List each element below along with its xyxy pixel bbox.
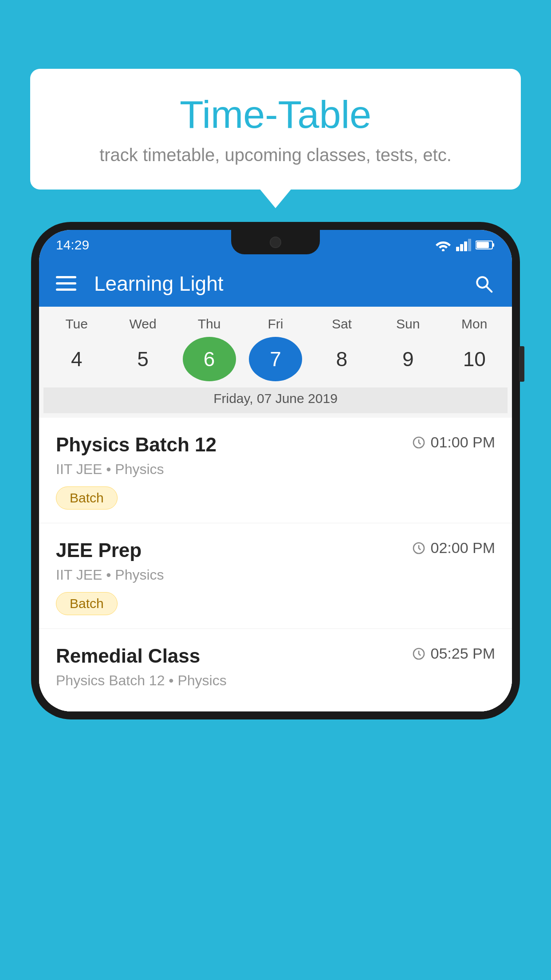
day-header-sun: Sun <box>382 316 435 332</box>
schedule-item-3-header: Remedial Class 05:25 PM <box>56 645 495 667</box>
phone-side-button <box>519 346 524 382</box>
signal-icon <box>456 239 471 251</box>
schedule-item-1-subtitle: IIT JEE • Physics <box>56 461 495 478</box>
schedule-list: Physics Batch 12 01:00 PM IIT JEE • Phys… <box>39 418 512 711</box>
schedule-item-3[interactable]: Remedial Class 05:25 PM Physics Batch 12… <box>39 629 512 711</box>
schedule-item-2-subtitle: IIT JEE • Physics <box>56 567 495 583</box>
schedule-item-3-title: Remedial Class <box>56 645 200 667</box>
search-button[interactable] <box>472 272 495 295</box>
day-header-sat: Sat <box>315 316 368 332</box>
clock-icon-3 <box>412 647 426 661</box>
schedule-item-2-header: JEE Prep 02:00 PM <box>56 539 495 561</box>
schedule-item-1-badge: Batch <box>56 486 118 510</box>
phone-screen: 14:29 <box>39 230 512 711</box>
wifi-icon <box>435 239 452 251</box>
schedule-item-1-time: 01:00 PM <box>412 434 495 451</box>
svg-rect-1 <box>456 247 459 251</box>
search-icon <box>474 274 493 293</box>
phone-notch <box>231 230 320 254</box>
svg-line-9 <box>486 286 492 292</box>
bubble-title: Time-Table <box>57 93 494 136</box>
app-bar: Learning Light <box>39 260 512 307</box>
day-header-wed: Wed <box>116 316 169 332</box>
day-9[interactable]: 9 <box>382 337 435 381</box>
clock-icon-1 <box>412 435 426 450</box>
schedule-item-1-header: Physics Batch 12 01:00 PM <box>56 434 495 456</box>
day-numbers: 4 5 6 7 8 9 10 <box>43 337 508 381</box>
schedule-item-2-title: JEE Prep <box>56 539 142 561</box>
app-title: Learning Light <box>94 272 472 296</box>
schedule-item-2-time: 02:00 PM <box>412 539 495 557</box>
day-7-selected[interactable]: 7 <box>249 337 302 381</box>
svg-rect-6 <box>476 242 489 248</box>
hamburger-menu-button[interactable] <box>56 276 76 291</box>
schedule-item-3-time: 05:25 PM <box>412 645 495 662</box>
day-header-mon: Mon <box>448 316 501 332</box>
day-headers: Tue Wed Thu Fri Sat Sun Mon <box>43 316 508 332</box>
day-10[interactable]: 10 <box>448 337 501 381</box>
svg-rect-7 <box>492 243 494 247</box>
schedule-item-2[interactable]: JEE Prep 02:00 PM IIT JEE • Physics Batc… <box>39 523 512 629</box>
phone-camera <box>270 237 281 248</box>
svg-rect-2 <box>460 244 463 251</box>
hamburger-line-1 <box>56 276 76 278</box>
speech-bubble-container: Time-Table track timetable, upcoming cla… <box>30 69 521 190</box>
day-header-tue: Tue <box>50 316 103 332</box>
svg-rect-3 <box>464 241 467 251</box>
day-header-fri: Fri <box>249 316 302 332</box>
status-time: 14:29 <box>56 237 89 253</box>
schedule-item-2-badge: Batch <box>56 592 118 615</box>
schedule-item-1-title: Physics Batch 12 <box>56 434 216 456</box>
svg-rect-4 <box>468 239 471 251</box>
battery-icon <box>476 240 495 250</box>
calendar-strip: Tue Wed Thu Fri Sat Sun Mon 4 5 6 7 8 9 … <box>39 307 512 418</box>
schedule-item-3-subtitle: Physics Batch 12 • Physics <box>56 672 495 689</box>
day-4[interactable]: 4 <box>50 337 103 381</box>
day-5[interactable]: 5 <box>116 337 169 381</box>
phone-wrapper: 14:29 <box>31 222 520 980</box>
clock-icon-2 <box>412 541 426 555</box>
selected-date-label: Friday, 07 June 2019 <box>43 387 508 413</box>
day-header-thu: Thu <box>183 316 236 332</box>
day-6-today[interactable]: 6 <box>183 337 236 381</box>
bubble-subtitle: track timetable, upcoming classes, tests… <box>57 145 494 165</box>
hamburger-line-3 <box>56 288 76 291</box>
phone-outer: 14:29 <box>31 222 520 719</box>
status-icons <box>435 239 495 251</box>
svg-point-0 <box>442 249 445 251</box>
day-8[interactable]: 8 <box>315 337 368 381</box>
schedule-item-1[interactable]: Physics Batch 12 01:00 PM IIT JEE • Phys… <box>39 418 512 523</box>
hamburger-line-2 <box>56 282 76 285</box>
speech-bubble: Time-Table track timetable, upcoming cla… <box>30 69 521 190</box>
